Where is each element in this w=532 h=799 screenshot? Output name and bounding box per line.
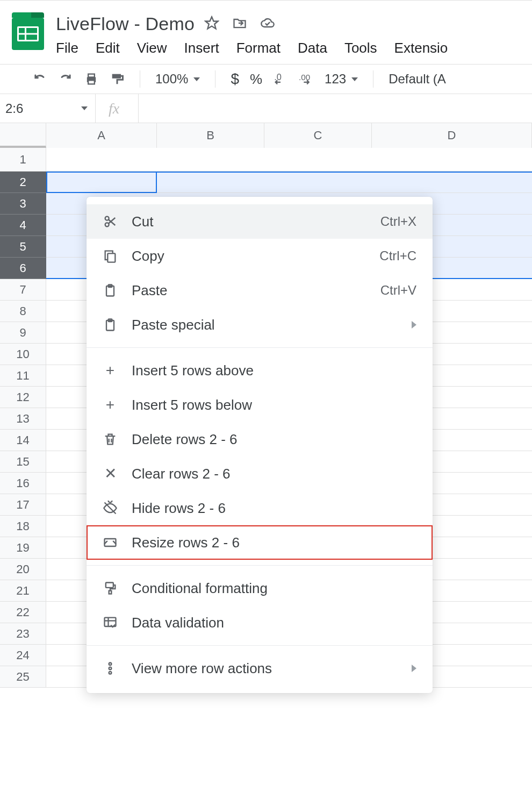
row-header[interactable]: 5 bbox=[0, 236, 46, 258]
row-header[interactable]: 16 bbox=[0, 473, 46, 494]
row-header[interactable]: 8 bbox=[0, 301, 46, 322]
menu-separator bbox=[87, 645, 433, 646]
menu-item-copy[interactable]: CopyCtrl+C bbox=[87, 239, 433, 273]
column-header-C[interactable]: C bbox=[264, 123, 372, 148]
move-folder-icon[interactable] bbox=[232, 16, 247, 33]
document-title[interactable]: LiveFlow - Demo bbox=[56, 13, 195, 34]
copy-icon bbox=[103, 248, 118, 263]
menu-item-label: Paste bbox=[132, 282, 366, 299]
toolbar: 100% $ % .0 .00 123 Default (A bbox=[0, 64, 532, 94]
row-header[interactable]: 2 bbox=[0, 172, 46, 193]
undo-icon[interactable] bbox=[32, 72, 47, 87]
print-icon[interactable] bbox=[84, 72, 99, 87]
menu-extensions[interactable]: Extensio bbox=[394, 40, 448, 56]
menu-item-paste-special[interactable]: Paste special bbox=[87, 308, 433, 342]
row-header[interactable]: 17 bbox=[0, 494, 46, 516]
row-header[interactable]: 25 bbox=[0, 666, 46, 688]
svg-point-8 bbox=[105, 223, 109, 226]
menu-item-conditional-formatting[interactable]: Conditional formatting bbox=[87, 571, 433, 605]
decrease-decimal-icon[interactable]: .0 bbox=[273, 72, 288, 87]
row-header[interactable]: 7 bbox=[0, 279, 46, 301]
row-header[interactable]: 14 bbox=[0, 430, 46, 451]
row-header[interactable]: 13 bbox=[0, 408, 46, 430]
formula-bar-row: 2:6 fx bbox=[0, 94, 532, 123]
menu-file[interactable]: File bbox=[56, 40, 78, 56]
menu-item-label: Paste special bbox=[132, 317, 398, 333]
menu-separator bbox=[87, 565, 433, 566]
header: LiveFlow - Demo File Edit View Insert Fo… bbox=[0, 1, 532, 56]
menu-item-data-validation[interactable]: Data validation bbox=[87, 605, 433, 640]
row-header[interactable]: 10 bbox=[0, 344, 46, 365]
menu-item-clear-rows-2-6[interactable]: ✕Clear rows 2 - 6 bbox=[87, 456, 433, 491]
row-header[interactable]: 3 bbox=[0, 193, 46, 215]
column-header-B[interactable]: B bbox=[157, 123, 264, 148]
zoom-selector[interactable]: 100% bbox=[155, 72, 200, 87]
menu-item-label: Insert 5 rows below bbox=[132, 397, 416, 413]
menu-item-shortcut: Ctrl+V bbox=[380, 283, 416, 298]
increase-decimal-icon[interactable]: .00 bbox=[299, 72, 314, 87]
svg-point-27 bbox=[109, 667, 112, 670]
menu-item-insert-5-rows-below[interactable]: +Insert 5 rows below bbox=[87, 388, 433, 422]
row-header[interactable]: 22 bbox=[0, 602, 46, 623]
menu-item-insert-5-rows-above[interactable]: +Insert 5 rows above bbox=[87, 353, 433, 388]
redo-icon[interactable] bbox=[58, 72, 73, 87]
star-icon[interactable] bbox=[204, 16, 219, 33]
row-header[interactable]: 11 bbox=[0, 365, 46, 387]
fx-label: fx bbox=[96, 94, 139, 123]
row-header[interactable]: 24 bbox=[0, 645, 46, 666]
chevron-right-icon bbox=[412, 665, 416, 672]
menu-format[interactable]: Format bbox=[236, 40, 281, 56]
menu-item-label: Insert 5 rows above bbox=[132, 362, 416, 379]
number-format-selector[interactable]: 123 bbox=[325, 72, 358, 87]
menu-item-label: View more row actions bbox=[132, 660, 398, 677]
menu-data[interactable]: Data bbox=[298, 40, 327, 56]
row-header[interactable]: 21 bbox=[0, 580, 46, 602]
chevron-down-icon bbox=[81, 106, 88, 110]
plus-icon: + bbox=[103, 363, 118, 378]
paste-icon bbox=[103, 283, 118, 298]
name-box[interactable]: 2:6 bbox=[0, 94, 96, 123]
row-header[interactable]: 15 bbox=[0, 451, 46, 473]
menu-item-cut[interactable]: CutCtrl+X bbox=[87, 204, 433, 239]
menu-view[interactable]: View bbox=[137, 40, 167, 56]
font-selector[interactable]: Default (A bbox=[389, 72, 446, 87]
menu-item-hide-rows-2-6[interactable]: Hide rows 2 - 6 bbox=[87, 491, 433, 525]
menu-item-resize-rows-2-6[interactable]: Resize rows 2 - 6 bbox=[87, 525, 433, 560]
column-header-A[interactable]: A bbox=[46, 123, 157, 148]
row-header[interactable]: 1 bbox=[0, 148, 46, 172]
row-header[interactable]: 23 bbox=[0, 623, 46, 645]
menu-item-paste[interactable]: PasteCtrl+V bbox=[87, 273, 433, 308]
column-headers-row: A B C D bbox=[0, 123, 532, 148]
row-header[interactable]: 6 bbox=[0, 258, 46, 279]
name-box-value: 2:6 bbox=[5, 101, 23, 116]
menu-item-label: Clear rows 2 - 6 bbox=[132, 466, 416, 482]
format-currency-button[interactable]: $ bbox=[231, 70, 239, 88]
paint-icon bbox=[103, 581, 118, 596]
sheets-logo[interactable] bbox=[10, 12, 47, 50]
scissors-icon bbox=[103, 214, 118, 229]
menu-item-delete-rows-2-6[interactable]: Delete rows 2 - 6 bbox=[87, 422, 433, 456]
row-header[interactable]: 4 bbox=[0, 215, 46, 236]
row-header[interactable]: 20 bbox=[0, 559, 46, 580]
column-header-D[interactable]: D bbox=[372, 123, 532, 148]
trash-icon bbox=[103, 432, 118, 447]
row-header[interactable]: 19 bbox=[0, 537, 46, 559]
select-all-corner[interactable] bbox=[0, 123, 46, 148]
row-header[interactable]: 12 bbox=[0, 387, 46, 408]
row-header[interactable]: 9 bbox=[0, 322, 46, 344]
paste-icon bbox=[103, 317, 118, 332]
menu-edit[interactable]: Edit bbox=[96, 40, 120, 56]
menu-separator bbox=[87, 347, 433, 348]
cloud-status-icon[interactable] bbox=[260, 16, 275, 33]
row-cells[interactable] bbox=[46, 148, 532, 172]
paint-format-icon[interactable] bbox=[110, 72, 125, 87]
eye-off-icon bbox=[103, 501, 118, 516]
menu-item-view-more-row-actions[interactable]: View more row actions bbox=[87, 651, 433, 686]
plus-icon: + bbox=[103, 397, 118, 412]
format-percent-button[interactable]: % bbox=[250, 71, 262, 88]
row-header[interactable]: 18 bbox=[0, 516, 46, 537]
menu-insert[interactable]: Insert bbox=[184, 40, 219, 56]
menu-bar: File Edit View Insert Format Data Tools … bbox=[56, 40, 532, 56]
menu-tools[interactable]: Tools bbox=[344, 40, 377, 56]
svg-rect-22 bbox=[109, 591, 112, 594]
